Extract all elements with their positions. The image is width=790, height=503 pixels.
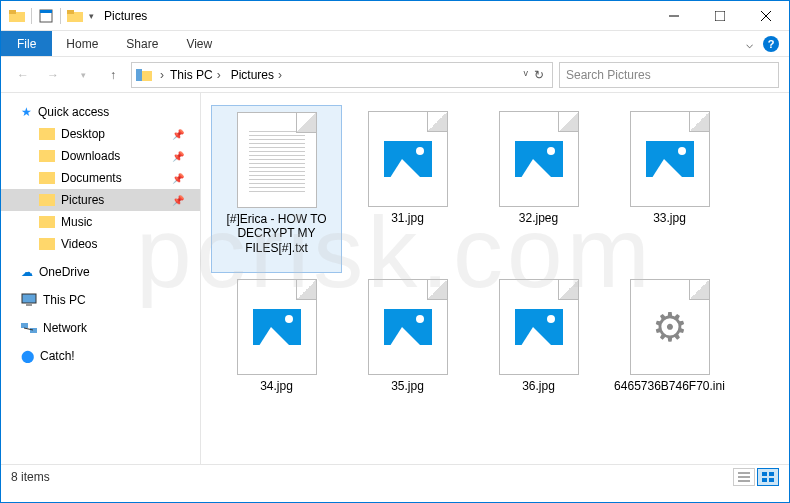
folder-icon — [39, 172, 55, 184]
breadcrumb-dropdown-icon[interactable]: v — [524, 68, 529, 82]
svg-rect-12 — [39, 128, 55, 140]
breadcrumb-item[interactable]: Pictures — [227, 66, 286, 84]
svg-rect-14 — [39, 172, 55, 184]
sidebar: ★ Quick access Desktop📌 Downloads📌 Docum… — [1, 93, 201, 464]
svg-rect-5 — [67, 10, 74, 14]
svg-rect-21 — [30, 328, 37, 333]
minimize-button[interactable] — [651, 1, 697, 31]
svg-rect-26 — [762, 472, 767, 476]
folder-icon — [39, 128, 55, 140]
svg-rect-3 — [40, 10, 52, 13]
ribbon-expand-icon[interactable]: ⌵ — [746, 37, 753, 51]
pin-icon: 📌 — [172, 129, 184, 140]
sidebar-quick-access[interactable]: ★ Quick access — [1, 101, 200, 123]
catch-icon: ⬤ — [21, 349, 34, 363]
folder-icon-small — [67, 8, 83, 24]
file-item[interactable]: 31.jpg — [342, 105, 473, 273]
folder-icon — [39, 150, 55, 162]
sidebar-item-downloads[interactable]: Downloads📌 — [1, 145, 200, 167]
search-input[interactable]: Search Pictures — [559, 62, 779, 88]
svg-rect-29 — [769, 478, 774, 482]
file-item[interactable]: 36.jpg — [473, 273, 604, 441]
status-bar: 8 items — [1, 464, 789, 488]
svg-rect-20 — [21, 323, 28, 328]
address-bar: ← → ▾ ↑ This PC Pictures v ↻ Search Pict… — [1, 57, 789, 93]
view-details-button[interactable] — [733, 468, 755, 486]
folder-icon — [39, 194, 55, 206]
breadcrumb-root-icon[interactable] — [136, 67, 154, 83]
svg-rect-11 — [136, 69, 142, 81]
close-button[interactable] — [743, 1, 789, 31]
up-button[interactable]: ↑ — [101, 63, 125, 87]
breadcrumb-item[interactable]: This PC — [166, 66, 225, 84]
qat-properties-icon[interactable] — [38, 8, 54, 24]
svg-rect-28 — [762, 478, 767, 482]
star-icon: ★ — [21, 105, 32, 119]
window-title: Pictures — [104, 9, 147, 23]
pin-icon: 📌 — [172, 195, 184, 206]
pc-icon — [21, 293, 37, 307]
svg-rect-18 — [22, 294, 36, 303]
folder-icon — [9, 8, 25, 24]
sidebar-item-documents[interactable]: Documents📌 — [1, 167, 200, 189]
refresh-icon[interactable]: ↻ — [534, 68, 544, 82]
pin-icon: 📌 — [172, 151, 184, 162]
sidebar-item-network[interactable]: Network — [1, 317, 200, 339]
file-grid: [#]Erica - HOW TO DECRYPT MY FILES[#].tx… — [201, 93, 789, 464]
sidebar-item-catch[interactable]: ⬤Catch! — [1, 345, 200, 367]
file-item[interactable]: 33.jpg — [604, 105, 735, 273]
file-menu[interactable]: File — [1, 31, 52, 56]
sidebar-item-onedrive[interactable]: ☁OneDrive — [1, 261, 200, 283]
text-file-icon — [249, 128, 305, 192]
tab-view[interactable]: View — [172, 31, 226, 56]
svg-rect-17 — [39, 238, 55, 250]
file-item[interactable]: 32.jpeg — [473, 105, 604, 273]
gear-icon: ⚙ — [646, 303, 694, 351]
folder-icon — [39, 238, 55, 250]
help-icon[interactable]: ? — [763, 36, 779, 52]
titlebar: ▾ Pictures — [1, 1, 789, 31]
image-file-icon — [253, 309, 301, 345]
forward-button[interactable]: → — [41, 63, 65, 87]
breadcrumb[interactable]: This PC Pictures v ↻ — [131, 62, 553, 88]
pin-icon: 📌 — [172, 173, 184, 184]
status-text: 8 items — [11, 470, 50, 484]
image-file-icon — [384, 309, 432, 345]
cloud-icon: ☁ — [21, 265, 33, 279]
svg-rect-7 — [715, 11, 725, 21]
folder-icon — [39, 216, 55, 228]
tab-share[interactable]: Share — [112, 31, 172, 56]
image-file-icon — [384, 141, 432, 177]
svg-rect-19 — [26, 304, 32, 306]
sidebar-item-music[interactable]: Music — [1, 211, 200, 233]
maximize-button[interactable] — [697, 1, 743, 31]
recent-dropdown-icon[interactable]: ▾ — [71, 63, 95, 87]
sidebar-item-desktop[interactable]: Desktop📌 — [1, 123, 200, 145]
file-item[interactable]: ⚙ 6465736B746F70.ini — [604, 273, 735, 441]
tab-home[interactable]: Home — [52, 31, 112, 56]
image-file-icon — [646, 141, 694, 177]
qat-dropdown-icon[interactable]: ▾ — [89, 11, 94, 21]
svg-rect-13 — [39, 150, 55, 162]
network-icon — [21, 321, 37, 335]
svg-rect-1 — [9, 10, 16, 14]
sidebar-item-videos[interactable]: Videos — [1, 233, 200, 255]
view-thumbnails-button[interactable] — [757, 468, 779, 486]
svg-rect-27 — [769, 472, 774, 476]
file-item[interactable]: 34.jpg — [211, 273, 342, 441]
file-item[interactable]: 35.jpg — [342, 273, 473, 441]
sidebar-item-this-pc[interactable]: This PC — [1, 289, 200, 311]
back-button[interactable]: ← — [11, 63, 35, 87]
image-file-icon — [515, 141, 563, 177]
file-item[interactable]: [#]Erica - HOW TO DECRYPT MY FILES[#].tx… — [211, 105, 342, 273]
svg-rect-15 — [39, 194, 55, 206]
sidebar-item-pictures[interactable]: Pictures📌 — [1, 189, 200, 211]
svg-rect-16 — [39, 216, 55, 228]
image-file-icon — [515, 309, 563, 345]
ribbon: File Home Share View ⌵ ? — [1, 31, 789, 57]
